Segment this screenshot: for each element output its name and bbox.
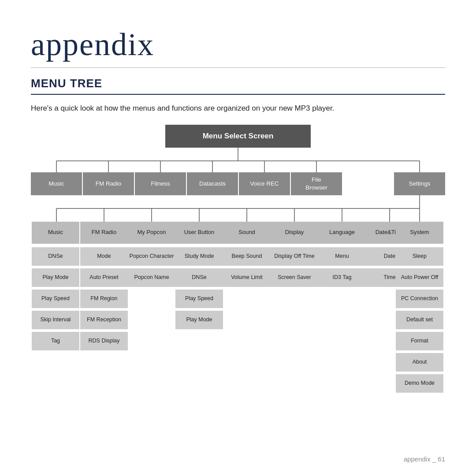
page: appendix MENU TREE Here's a quick look a… <box>0 0 476 476</box>
l2-userbutton: User Button <box>175 222 223 244</box>
item-about: About <box>396 353 443 372</box>
item-dnse: DNSe <box>32 247 79 266</box>
l1-music: Music <box>31 172 82 195</box>
item-popcon-name: Popcon Name <box>128 268 175 287</box>
item-dnse-user: DNSe <box>175 268 223 287</box>
l1-fitness: Fitness <box>135 172 186 195</box>
item-beep-sound: Beep Sound <box>223 247 271 266</box>
l2-language: Language <box>318 222 366 244</box>
item-study-mode: Study Mode <box>175 247 223 266</box>
item-auto-power-off: Auto Power Off <box>396 268 443 287</box>
item-format: Format <box>396 332 443 350</box>
item-fm-reception: FM Reception <box>80 311 128 329</box>
page-number: appendix _ 61 <box>404 455 445 463</box>
item-mode: Mode <box>80 247 128 266</box>
l1-voicerec: Voice REC <box>239 172 290 195</box>
menu-tree: Menu Select Screen Music FM Radio Fitnes… <box>31 125 445 433</box>
item-display-off-time: Display Off Time <box>271 247 318 266</box>
item-id3-tag: ID3 Tag <box>318 268 366 287</box>
page-title: appendix <box>31 26 445 68</box>
item-pc-connection: PC Connection <box>396 290 443 308</box>
l1-settings: Settings <box>394 172 445 195</box>
item-tag: Tag <box>32 332 79 350</box>
l2-display: Display <box>271 222 318 244</box>
item-skip-interval: Skip Interval <box>32 311 79 329</box>
root-label: Menu Select Screen <box>203 132 274 141</box>
l1-fmradio: FM Radio <box>83 172 134 195</box>
item-volume-limit: Volume Limit <box>223 268 271 287</box>
item-play-mode-user: Play Mode <box>175 311 223 329</box>
item-sleep: Sleep <box>396 247 443 266</box>
item-menu: Menu <box>318 247 366 266</box>
l2-system: System <box>396 222 443 244</box>
l2-music: Music <box>32 222 79 244</box>
item-auto-preset: Auto Preset <box>80 268 128 287</box>
section-title: MENU TREE <box>31 77 445 95</box>
item-play-mode: Play Mode <box>32 268 79 287</box>
l1-datacasts: Datacasts <box>187 172 238 195</box>
item-popcon-character: Popcon Character <box>128 247 175 266</box>
root-node: Menu Select Screen <box>165 125 311 148</box>
l2-mypopcon: My Popcon <box>128 222 175 244</box>
item-fm-region: FM Region <box>80 290 128 308</box>
item-default-set: Default set <box>396 311 443 329</box>
item-screen-saver: Screen Saver <box>271 268 318 287</box>
l1-filebrowser: FileBrowser <box>291 172 342 195</box>
l2-sound: Sound <box>223 222 271 244</box>
description-text: Here's a quick look at how the menus and… <box>31 103 445 114</box>
l2-fmradio: FM Radio <box>80 222 128 244</box>
item-rds-display: RDS Display <box>80 332 128 350</box>
item-play-speed-user: Play Speed <box>175 290 223 308</box>
item-demo-mode: Demo Mode <box>396 374 443 393</box>
item-play-speed: Play Speed <box>32 290 79 308</box>
